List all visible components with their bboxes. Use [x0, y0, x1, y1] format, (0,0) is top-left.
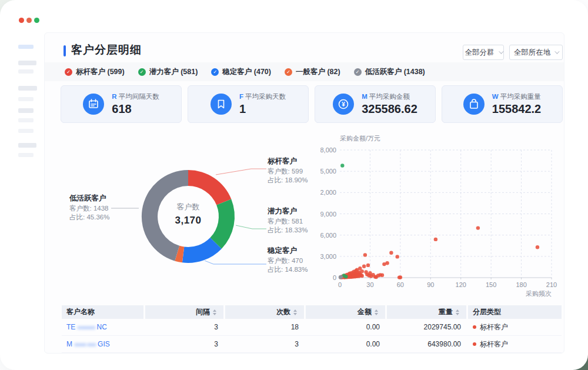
- x-tick-label: 180: [516, 281, 526, 288]
- stat-label: R平均间隔天数: [112, 92, 159, 101]
- stat-label: W平均采购重量: [492, 92, 541, 101]
- stat-card-recency: R平均间隔天数 618: [61, 85, 182, 123]
- x-tick-label: 30: [366, 281, 373, 288]
- scatter-point: [360, 269, 364, 273]
- column-header-0: 客户名称: [62, 305, 143, 319]
- customer-table: 客户名称间隔次数金额重量分层类型TE●●●●●●NC3180.002029745…: [62, 305, 562, 353]
- sidebar-skeleton-bar: [18, 118, 34, 122]
- sidebar-skeleton-bar: [18, 97, 34, 101]
- stat-value: 155842.2: [492, 102, 541, 116]
- table-row[interactable]: M●●●● ●●●GIS330.00643980.00标杆客户: [62, 336, 562, 353]
- sidebar-skeleton-bar: [18, 86, 37, 91]
- sort-icon[interactable]: [375, 309, 378, 315]
- scatter-point: [366, 264, 370, 267]
- type-dot-icon: [473, 342, 476, 346]
- stat-card-monetary: ¥ M平均采购金额 325586.62: [315, 85, 436, 123]
- stat-value: 1: [239, 102, 286, 116]
- sort-icon[interactable]: [213, 309, 216, 315]
- page-title: 客户分层明细: [71, 42, 142, 58]
- y-tick-label: 3,000: [320, 253, 336, 260]
- cell-times: 18: [225, 319, 306, 335]
- legend-item-3[interactable]: ✓一般客户 (82): [285, 67, 340, 77]
- scatter-point: [476, 226, 480, 229]
- customer-name-link[interactable]: TE●●●●●●NC: [66, 323, 107, 331]
- cell-type: 标杆客户: [468, 336, 562, 352]
- donut-label-qianli: 潜力客户 客户数: 581 占比: 18.33%: [268, 207, 308, 235]
- legend-item-4[interactable]: ✓低活跃客户 (1438): [354, 67, 425, 77]
- cell-weight: 643980.00: [387, 336, 468, 352]
- donut-segment: [188, 170, 231, 205]
- svg-text:¥: ¥: [342, 101, 345, 108]
- donut-center-label: 客户数 3,170: [152, 202, 225, 226]
- scatter-point: [399, 275, 402, 279]
- leader-line: [236, 225, 266, 229]
- x-tick-label: 90: [427, 281, 434, 288]
- check-circle-icon: ✓: [65, 68, 72, 76]
- scatter-point: [340, 164, 344, 167]
- stat-value: 325586.62: [362, 102, 417, 116]
- check-circle-icon: ✓: [138, 68, 146, 76]
- x-tick-label: 150: [486, 281, 496, 288]
- table-header: 客户名称间隔次数金额重量分层类型: [62, 305, 562, 319]
- calendar-icon: [83, 94, 104, 115]
- check-circle-icon: ✓: [211, 68, 219, 76]
- y-axis-title: 采购金额/万元: [340, 135, 380, 142]
- cell-interval: 3: [145, 319, 225, 335]
- x-tick-label: 60: [397, 281, 404, 288]
- scatter-point: [362, 265, 366, 268]
- customer-name-link[interactable]: M●●●● ●●●GIS: [66, 340, 110, 348]
- stat-label: M平均采购金额: [362, 92, 417, 101]
- column-header-2[interactable]: 次数: [225, 305, 304, 319]
- x-axis-title: 采购频次: [526, 290, 552, 297]
- sidebar-skeleton-bar: [18, 153, 34, 157]
- app-screenshot: 客户分层明细 全部分群 全部所在地 ✓标杆客户 (599)✓潜力客户 (581)…: [0, 0, 588, 370]
- app-window: 客户分层明细 全部分群 全部所在地 ✓标杆客户 (599)✓潜力客户 (581)…: [0, 0, 588, 370]
- cell-amount: 0.00: [306, 336, 387, 352]
- cell-interval: 3: [145, 336, 225, 352]
- stat-label: F平均采购天数: [239, 92, 286, 101]
- sidebar-skeleton-bar: [18, 129, 34, 133]
- scatter-point: [339, 275, 343, 278]
- sort-icon[interactable]: [293, 309, 297, 315]
- legend-label: 标杆客户 (599): [76, 67, 125, 77]
- y-tick-label: 15,000: [320, 168, 336, 175]
- cell-type: 标杆客户: [468, 319, 562, 335]
- scatter-point: [380, 274, 384, 277]
- window-zoom-button[interactable]: [34, 18, 39, 23]
- legend-item-0[interactable]: ✓标杆客户 (599): [65, 67, 125, 77]
- leader-line: [216, 169, 266, 175]
- column-header-1[interactable]: 间隔: [145, 305, 223, 319]
- scatter-point: [385, 261, 389, 265]
- y-tick-label: 9,000: [320, 211, 336, 218]
- sort-icon[interactable]: [456, 309, 459, 315]
- bag-icon: [463, 94, 485, 115]
- window-close-button[interactable]: [19, 18, 24, 23]
- scatter-point: [434, 238, 437, 241]
- column-header-3[interactable]: 金额: [306, 305, 385, 319]
- sidebar-skeleton-bar: [18, 143, 36, 148]
- location-filter-dropdown[interactable]: 全部所在地: [509, 45, 563, 60]
- y-tick-label: 12,000: [320, 189, 336, 196]
- legend-item-1[interactable]: ✓潜力客户 (581): [138, 67, 198, 77]
- column-header-4[interactable]: 重量: [387, 305, 466, 319]
- check-circle-icon: ✓: [354, 68, 362, 76]
- scatter-point: [389, 251, 393, 255]
- table-row[interactable]: TE●●●●●●NC3180.002029745.00标杆客户: [62, 319, 562, 336]
- donut-label-biaogan: 标杆客户 客户数: 599 占比: 18.90%: [268, 157, 308, 185]
- purchase-scatter-chart: 03,0006,0009,00012,00015,00018,000030609…: [320, 132, 564, 303]
- scatter-point: [360, 274, 364, 278]
- group-filter-label: 全部分群: [465, 48, 495, 58]
- y-tick-label: 18,000: [320, 146, 336, 154]
- x-tick-label: 0: [338, 281, 342, 288]
- group-filter-dropdown[interactable]: 全部分群: [463, 45, 504, 60]
- stat-card-weight: W平均采购重量 155842.2: [442, 85, 563, 123]
- stat-value: 618: [112, 102, 159, 116]
- scatter-point: [536, 245, 539, 249]
- legend-item-2[interactable]: ✓稳定客户 (470): [211, 67, 271, 77]
- sidebar-skeleton-bar: [18, 69, 34, 74]
- donut-label-dihuoyue: 低活跃客户 客户数: 1438 占比: 45.36%: [69, 194, 109, 222]
- window-minimize-button[interactable]: [26, 18, 32, 23]
- legend-label: 一般客户 (82): [296, 67, 340, 77]
- x-tick-label: 210: [546, 281, 557, 288]
- sidebar-skeleton-bar: [18, 45, 34, 49]
